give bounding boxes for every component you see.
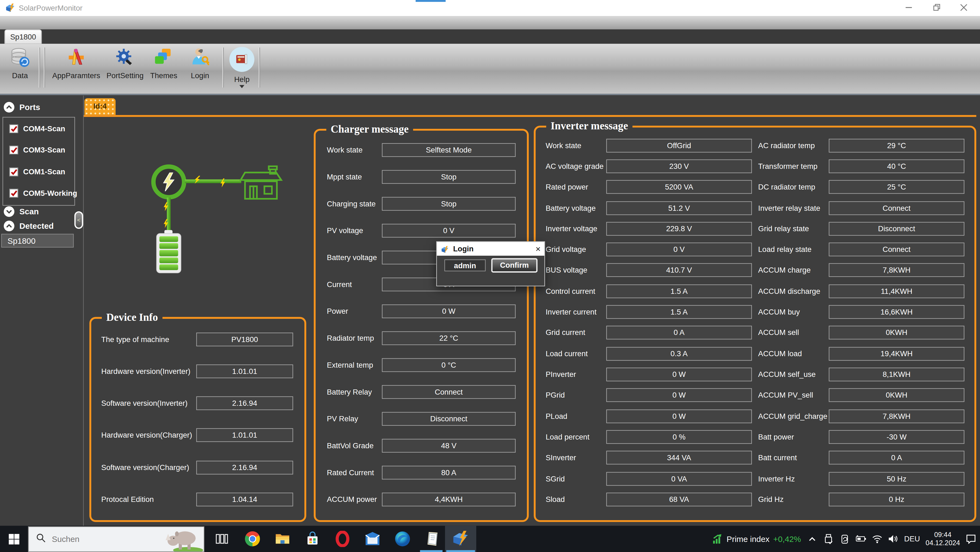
file-explorer-icon[interactable] (273, 530, 292, 548)
login-button[interactable]: Login (184, 46, 216, 92)
notepad-icon[interactable] (423, 530, 442, 548)
taskbar-clock[interactable]: 09:44 04.12.2024 (926, 531, 960, 547)
close-icon[interactable]: × (536, 242, 541, 256)
device-info-title: Device Info (102, 311, 162, 324)
field-value-box: 0 V (606, 242, 752, 257)
wifi-icon[interactable] (872, 533, 882, 544)
sidebar-section-ports[interactable]: Ports (4, 102, 40, 112)
tab-sp1800[interactable]: Sp1800 (4, 29, 42, 44)
field-value-box: Stop (382, 170, 515, 184)
house-icon (238, 165, 284, 204)
field-value-box: 0.3 A (606, 347, 752, 361)
field-value-box: Selftest Mode (382, 143, 515, 157)
start-button[interactable] (0, 526, 28, 552)
sidebar-section-scan[interactable]: Scan (4, 206, 39, 217)
field-value-box: 230 V (606, 159, 752, 173)
language-indicator[interactable]: DEU (904, 534, 920, 543)
field-row: Battery voltage51.2 V (546, 201, 752, 215)
checkbox-checked-icon[interactable] (9, 146, 18, 155)
tray-chevron-up-icon[interactable] (807, 533, 817, 544)
login-dialog-titlebar[interactable]: Login × (437, 242, 544, 256)
checkbox-checked-icon[interactable] (9, 189, 18, 198)
field-value-box: 0 W (606, 368, 752, 381)
field-value-box: Stop (382, 196, 515, 211)
solar-power-monitor-taskbar-icon[interactable] (451, 530, 470, 548)
device-id-tab[interactable]: Id:4 (84, 98, 116, 115)
chevron-up-icon[interactable] (4, 220, 14, 231)
field-row: PV RelayDisconnect (327, 412, 516, 426)
taskbar-search[interactable] (28, 526, 204, 552)
field-value-box: 40 °C (829, 159, 964, 173)
field-label: The type of machine (101, 335, 196, 344)
sidebar-collapse-button[interactable]: < (74, 211, 83, 229)
field-row: AC radiator temp29 °C (758, 139, 964, 153)
field-value-box: 0 V (382, 223, 515, 238)
help-dropdown-arrow-icon[interactable] (240, 85, 244, 88)
mail-icon[interactable] (363, 530, 382, 548)
charger-message-panel: Charger message Work stateSelftest ModeM… (314, 123, 529, 522)
field-value-box: 48 V (382, 439, 515, 453)
port-setting-button[interactable]: PortSetting (105, 46, 145, 92)
sidebar-section-detected[interactable]: Detected (4, 220, 54, 231)
edge-icon[interactable] (393, 530, 412, 548)
field-label: Hardware version(Charger) (101, 431, 196, 440)
field-value-box: 0 W (606, 409, 752, 423)
speaker-icon[interactable] (888, 533, 899, 544)
inverter-message-title: Inverter message (546, 120, 632, 132)
checkbox-checked-icon[interactable] (9, 124, 18, 133)
field-label: BattVol Grade (327, 442, 382, 450)
themes-button[interactable]: Themes (146, 46, 181, 92)
checkbox-checked-icon[interactable] (9, 168, 18, 176)
data-button[interactable]: Data (4, 46, 36, 92)
restore-button[interactable] (931, 2, 942, 13)
port-item[interactable]: COM1-Scan (9, 167, 65, 177)
app-logo-icon (5, 3, 16, 13)
field-label: External temp (327, 361, 382, 369)
field-value-box: 25 °C (829, 180, 964, 194)
background-window-edge (415, 0, 445, 2)
field-value-box: 1.5 A (606, 305, 752, 319)
microsoft-store-icon[interactable] (303, 530, 322, 548)
app-parameters-button[interactable]: AppParamters (48, 46, 105, 92)
port-item[interactable]: COM3-Scan (9, 145, 65, 155)
field-value-box: -30 W (829, 430, 964, 444)
running-app-indicator (446, 550, 475, 552)
notification-center-icon[interactable] (966, 533, 976, 544)
battery-icon[interactable] (855, 533, 866, 544)
field-label: PInverter (546, 370, 606, 379)
field-label: PGrid (546, 391, 606, 400)
field-value-box: Connect (829, 201, 964, 215)
minimize-button[interactable] (903, 2, 915, 13)
search-input[interactable] (51, 534, 147, 544)
stock-ticker[interactable]: Prime index +0,42% (712, 533, 801, 544)
field-row: BattVol Grade48 V (327, 439, 516, 453)
field-value-box: 16,6KWH (829, 305, 964, 319)
field-row: Software version(Charger)2.16.94 (101, 461, 293, 474)
chevron-up-icon[interactable] (4, 102, 14, 112)
field-label: Current (327, 280, 382, 289)
field-value-box: Connect (382, 385, 515, 399)
username-input[interactable] (444, 260, 486, 271)
field-row: ACCUM load19,4KWH (758, 347, 964, 361)
port-item[interactable]: COM5-Working (9, 188, 77, 198)
field-label: Rated power (546, 183, 606, 191)
field-label: PV Relay (327, 415, 382, 423)
field-label: ACCUM grid_charge (758, 412, 829, 420)
opera-icon[interactable] (333, 530, 352, 548)
port-item[interactable]: COM4-Scan (9, 124, 65, 134)
close-button[interactable] (958, 2, 969, 13)
active-app-cell[interactable] (445, 526, 476, 552)
chrome-icon[interactable] (243, 530, 262, 548)
chevron-down-icon[interactable] (4, 206, 14, 217)
field-label: PV voltage (327, 226, 382, 235)
detected-device-item[interactable]: Sp1800 (2, 234, 74, 248)
data-button-label: Data (4, 71, 36, 80)
energy-bolt-icon (163, 202, 169, 211)
help-button[interactable]: Help (226, 46, 258, 92)
confirm-button[interactable]: Confirm (491, 258, 538, 273)
device-sync-icon[interactable] (839, 533, 850, 544)
usb-icon[interactable] (823, 533, 834, 544)
task-view-icon[interactable] (213, 530, 231, 548)
field-row: Transformer temp40 °C (758, 159, 964, 173)
login-dialog-title: Login (453, 244, 532, 253)
